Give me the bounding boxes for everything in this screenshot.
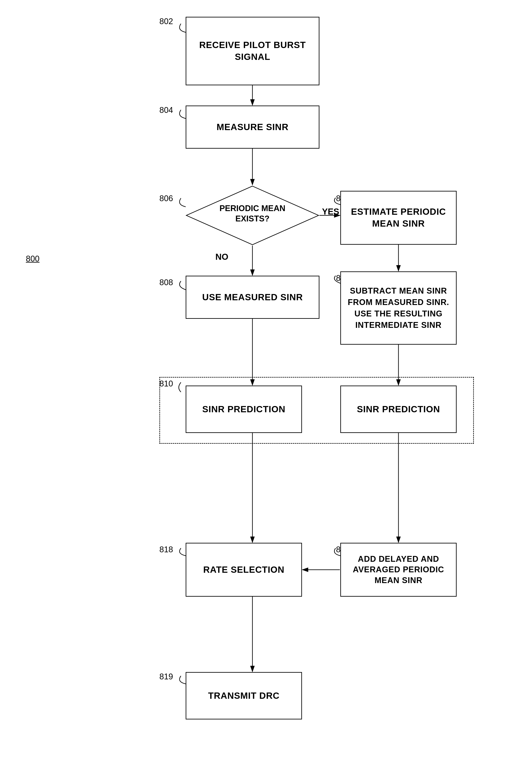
diagram-id-label: 800 <box>26 254 39 263</box>
receive-pilot-box: RECEIVE PILOT BURST SIGNAL <box>186 17 320 85</box>
estimate-periodic-box: ESTIMATE PERIODIC MEAN SINR <box>340 191 457 245</box>
transmit-drc-box: TRANSMIT DRC <box>186 672 302 720</box>
step-label-804: 804 <box>159 105 173 115</box>
diagram-container: 800 802 804 806 808 810 812 814 818 819 … <box>0 0 532 761</box>
step-label-802: 802 <box>159 17 173 26</box>
use-measured-sinr-box: USE MEASURED SINR <box>186 276 320 319</box>
svg-text:PERIODIC MEAN: PERIODIC MEAN <box>219 204 285 213</box>
step-label-808: 808 <box>159 278 173 287</box>
rate-selection-box: RATE SELECTION <box>186 543 302 597</box>
svg-text:EXISTS?: EXISTS? <box>235 214 269 223</box>
sinr-prediction-left-box: SINR PREDICTION <box>186 385 302 433</box>
step-label-818: 818 <box>159 545 173 554</box>
step-label-806: 806 <box>159 194 173 203</box>
measure-sinr-box: MEASURE SINR <box>186 105 320 148</box>
yes-label: YES <box>322 207 339 216</box>
subtract-mean-box: SUBTRACT MEAN SINR FROM MEASURED SINR. U… <box>340 271 457 345</box>
no-label: NO <box>215 252 228 262</box>
sinr-prediction-right-box: SINR PREDICTION <box>340 385 457 433</box>
add-delayed-box: ADD DELAYED AND AVERAGED PERIODIC MEAN S… <box>340 543 457 597</box>
periodic-mean-diamond: PERIODIC MEAN EXISTS? <box>186 185 320 246</box>
step-label-819: 819 <box>159 672 173 681</box>
